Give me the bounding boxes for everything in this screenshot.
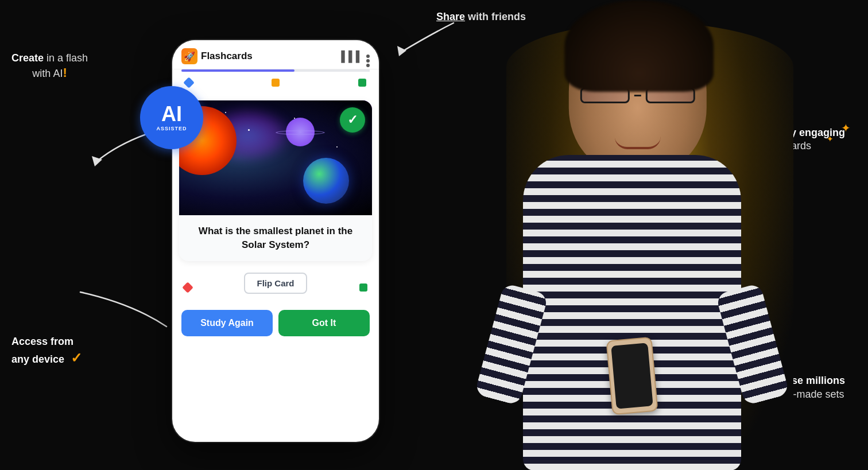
person-torso xyxy=(523,155,741,470)
ai-badge: AI ASSISTED xyxy=(140,86,203,149)
phone-mockup: 🚀 Flashcards ▐▐▐ xyxy=(172,40,379,442)
green-dot-top-right xyxy=(358,79,366,87)
assisted-text: ASSISTED xyxy=(156,126,187,131)
person-hair xyxy=(564,0,714,92)
svg-marker-0 xyxy=(92,156,102,166)
topbar-icons: ▐▐▐ xyxy=(338,51,370,63)
star-2 xyxy=(248,129,250,131)
annotation-create-ai: Create in a flashwith AI! xyxy=(11,52,88,81)
person-photo-area xyxy=(420,0,822,470)
annotation-access: Access fromany device ✓ xyxy=(11,335,82,367)
spark-1: ✦ xyxy=(841,121,851,135)
got-it-button[interactable]: Got It xyxy=(278,310,370,336)
earth-planet xyxy=(303,158,349,204)
spark-2: ✦ xyxy=(827,132,834,145)
red-dot-left xyxy=(182,282,193,293)
page-scene: 🚀 Flashcards ▐▐▐ xyxy=(0,0,868,470)
green-dot-right xyxy=(359,283,367,292)
phone-in-hand xyxy=(606,337,658,415)
saturn-ring xyxy=(276,130,325,135)
progress-fill xyxy=(181,69,294,72)
yellow-dot-top-center xyxy=(272,79,280,87)
ai-text: AI xyxy=(161,104,182,125)
phone-logo-area: 🚀 Flashcards xyxy=(181,48,338,64)
flashcard-question: What is the smallest planet in the Solar… xyxy=(179,215,372,261)
stats-icon[interactable]: ▐▐▐ xyxy=(338,51,359,63)
orange-checkmark: ✓ xyxy=(71,350,82,366)
flip-card-button[interactable]: Flip Card xyxy=(244,273,307,294)
flashcard-image: ✓ xyxy=(179,100,372,215)
star-3 xyxy=(336,146,338,147)
progress-bar xyxy=(181,69,370,72)
ai-badge-circle: AI ASSISTED xyxy=(140,86,203,149)
rocket-icon: 🚀 xyxy=(181,48,197,64)
more-icon[interactable] xyxy=(366,55,370,58)
svg-marker-1 xyxy=(397,46,406,56)
app-title: Flashcards xyxy=(201,51,253,62)
arrow-access xyxy=(75,286,178,338)
flashcard: ✓ What is the smallest planet in the Sol… xyxy=(179,100,372,261)
phone-topbar: 🚀 Flashcards ▐▐▐ xyxy=(172,40,379,69)
action-buttons: Study Again Got It xyxy=(172,310,379,348)
star-1 xyxy=(225,112,226,113)
correct-checkmark: ✓ xyxy=(340,107,365,133)
study-again-button[interactable]: Study Again xyxy=(181,310,273,336)
